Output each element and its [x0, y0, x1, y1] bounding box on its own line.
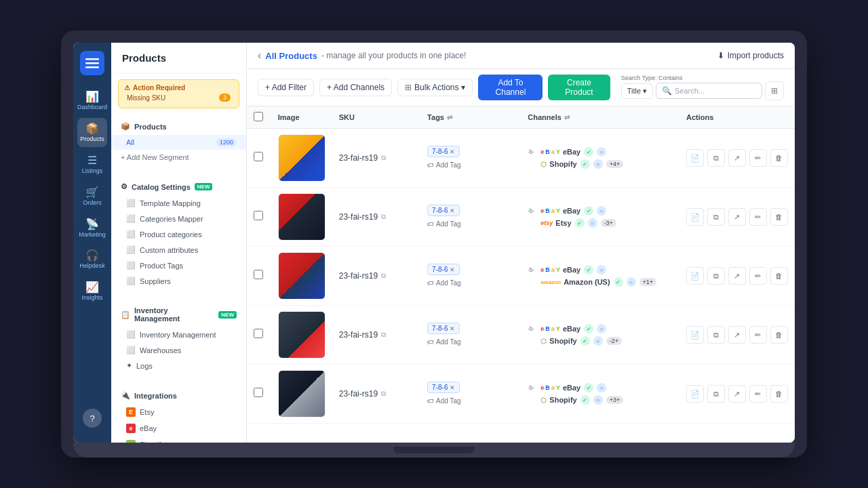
back-button[interactable]: ‹	[258, 49, 261, 62]
export-button[interactable]: ↗	[728, 326, 746, 344]
channel-row: amazon Amazon (US) ✓ ○ +1+	[528, 277, 673, 287]
sidebar-item-template-mapping[interactable]: ⬜ Template Mapping	[111, 195, 246, 211]
delete-button[interactable]: 🗑	[770, 326, 788, 344]
status-blue-dot: ○	[597, 324, 606, 333]
missing-sku-label: Missing SKU	[127, 94, 165, 102]
products-section-header[interactable]: 📦 Products	[111, 118, 246, 135]
view-button[interactable]: 📄	[686, 208, 704, 226]
col-sku: SKU	[332, 106, 420, 129]
copy-button[interactable]: ⧉	[707, 326, 725, 344]
sidebar-item-all[interactable]: All 1200	[111, 135, 246, 150]
tag-remove-button[interactable]: ✕	[450, 384, 455, 391]
more-channels-badge[interactable]: -3+	[601, 219, 616, 227]
view-button[interactable]: 📄	[686, 267, 704, 285]
view-button[interactable]: 📄	[686, 326, 704, 344]
copy-button[interactable]: ⧉	[707, 149, 725, 167]
export-icon: ↗	[734, 272, 740, 281]
integrations-header[interactable]: 🔌 Integrations	[111, 387, 246, 404]
delete-button[interactable]: 🗑	[770, 267, 788, 285]
copy-button[interactable]: ⧉	[707, 267, 725, 285]
select-all-checkbox[interactable]	[254, 112, 263, 121]
copy-sku-icon[interactable]: ⧉	[381, 154, 386, 162]
delete-button[interactable]: 🗑	[770, 149, 788, 167]
sidebar-item-inventory-management[interactable]: ⬜ Inventory Management	[111, 327, 246, 342]
nav-label-marketing: Marketing	[79, 232, 106, 239]
more-channels-badge[interactable]: +4+	[606, 160, 624, 168]
export-button[interactable]: ↗	[728, 267, 746, 285]
sidebar-item-shopify[interactable]: S Shopify	[111, 436, 246, 443]
row-checkbox[interactable]	[254, 270, 263, 279]
sidebar-item-logs[interactable]: ✦ Logs	[111, 358, 246, 373]
missing-sku-item[interactable]: Missing SKU 3	[124, 92, 233, 104]
copy-sku-icon[interactable]: ⧉	[381, 390, 386, 398]
add-tag-button[interactable]: 🏷 Add Tag	[427, 396, 514, 406]
sidebar-item-orders[interactable]: 🛒 Orders	[77, 182, 107, 211]
export-button[interactable]: ↗	[728, 385, 746, 403]
sidebar-item-helpdesk[interactable]: 🎧 Helpdesk	[77, 245, 107, 274]
sidebar-item-product-categories[interactable]: ⬜ Product categories	[111, 226, 246, 242]
tag-remove-button[interactable]: ✕	[450, 207, 455, 214]
sidebar-item-products[interactable]: 📦 Products	[77, 118, 107, 147]
tag-remove-button[interactable]: ✕	[450, 266, 455, 273]
sidebar-item-insights[interactable]: 📈 Insights	[77, 277, 107, 306]
search-input[interactable]	[675, 87, 756, 95]
row-checkbox[interactable]	[254, 152, 263, 161]
row-checkbox[interactable]	[254, 329, 263, 338]
row-checkbox[interactable]	[254, 211, 263, 220]
export-button[interactable]: ↗	[728, 208, 746, 226]
sidebar-item-listings[interactable]: ☰ Listings	[77, 150, 107, 179]
delete-button[interactable]: 🗑	[770, 385, 788, 403]
add-filter-button[interactable]: + Add Filter	[258, 79, 314, 96]
bulk-actions-button[interactable]: ⊞ Bulk Actions ▾	[397, 79, 473, 96]
sidebar-item-warehouses[interactable]: ⬜ Warehouses	[111, 342, 246, 358]
add-tag-button[interactable]: 🏷 Add Tag	[427, 278, 514, 288]
sidebar-item-ebay[interactable]: e eBay	[111, 420, 246, 436]
copy-sku-icon[interactable]: ⧉	[381, 272, 386, 280]
sidebar-item-categories-mapper[interactable]: ⬜ Categories Mapper	[111, 211, 246, 226]
delete-button[interactable]: 🗑	[770, 208, 788, 226]
copy-button[interactable]: ⧉	[707, 385, 725, 403]
sidebar-item-marketing[interactable]: 📡 Marketing	[77, 214, 107, 243]
sidebar-item-product-tags[interactable]: ⬜ Product Tags	[111, 258, 246, 273]
tag-remove-button[interactable]: ✕	[450, 325, 455, 332]
add-channels-button[interactable]: + Add Channels	[319, 79, 392, 96]
edit-button[interactable]: ✏	[749, 267, 767, 285]
integrations-section: 🔌 Integrations E Etsy e eBay S Shopify W	[111, 383, 246, 443]
import-products-button[interactable]: ⬇ Import products	[717, 51, 784, 60]
nav-logo[interactable]	[80, 51, 104, 75]
more-channels-badge[interactable]: -2+	[606, 337, 622, 345]
filter-toggle-button[interactable]: ⊞	[765, 81, 784, 100]
edit-button[interactable]: ✏	[749, 149, 767, 167]
more-channels-badge[interactable]: +1+	[639, 278, 657, 286]
row-checkbox[interactable]	[254, 388, 263, 397]
view-button[interactable]: 📄	[686, 149, 704, 167]
create-product-button[interactable]: Create Product	[548, 75, 610, 100]
help-button[interactable]: ?	[83, 409, 102, 428]
sidebar-item-dashboard[interactable]: 📊 Dashboard	[77, 86, 107, 115]
copy-sku-icon[interactable]: ⧉	[381, 331, 386, 339]
add-to-channel-button[interactable]: Add To Channel	[478, 75, 542, 100]
product-image	[278, 311, 326, 359]
view-button[interactable]: 📄	[686, 385, 704, 403]
more-channels-badge[interactable]: +3+	[606, 396, 624, 404]
search-type-select[interactable]: Title ▾	[621, 83, 653, 99]
add-segment-button[interactable]: + Add New Segment	[111, 150, 246, 165]
channels-shuffle-icon[interactable]: ⇄	[564, 114, 570, 121]
channel-row: ·b· eBaY eBay ✓ ○	[528, 265, 673, 274]
export-button[interactable]: ↗	[728, 149, 746, 167]
add-tag-button[interactable]: 🏷 Add Tag	[427, 337, 514, 347]
add-tag-button[interactable]: 🏷 Add Tag	[427, 219, 514, 229]
edit-button[interactable]: ✏	[749, 326, 767, 344]
edit-button[interactable]: ✏	[749, 385, 767, 403]
inventory-header[interactable]: 📋 Inventory Management NEW	[111, 302, 246, 327]
tags-shuffle-icon[interactable]: ⇄	[447, 114, 452, 121]
add-tag-button[interactable]: 🏷 Add Tag	[427, 160, 514, 170]
tag-remove-button[interactable]: ✕	[450, 148, 455, 155]
copy-sku-icon[interactable]: ⧉	[381, 213, 386, 221]
sidebar-item-custom-attributes[interactable]: ⬜ Custom attributes	[111, 242, 246, 258]
sidebar-item-suppliers[interactable]: ⬜ Suppliers	[111, 273, 246, 289]
copy-button[interactable]: ⧉	[707, 208, 725, 226]
sidebar-item-etsy[interactable]: E Etsy	[111, 404, 246, 420]
edit-button[interactable]: ✏	[749, 208, 767, 226]
catalog-settings-header[interactable]: ⚙ Catalog Settings NEW	[111, 178, 246, 195]
